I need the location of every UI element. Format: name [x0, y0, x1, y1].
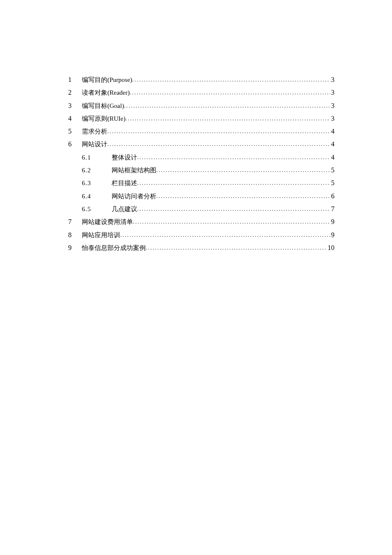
table-of-contents: 1 编写目的(Purpose) 3 2 读者对象(Reader) 3 3 编写目…	[68, 75, 334, 253]
toc-entry: 3 编写目标(Goal) 3	[68, 101, 334, 111]
toc-leader-dots	[137, 153, 330, 162]
toc-leader-dots	[107, 127, 330, 136]
toc-leader-dots	[130, 88, 330, 97]
toc-entry-page: 3	[330, 75, 334, 85]
toc-entry-page: 3	[330, 113, 334, 124]
toc-entry-title: 网站框架结构图	[112, 166, 156, 175]
toc-entry-title: 整体设计	[112, 153, 137, 163]
toc-entry-number: 5	[68, 126, 82, 137]
toc-entry-title: 网站访问者分析	[112, 192, 156, 201]
toc-entry-page: 4	[330, 152, 334, 163]
toc-entry-page: 4	[330, 139, 334, 150]
toc-entry: 1 编写目的(Purpose) 3	[68, 75, 334, 85]
toc-entry-title: 编写目标(Goal)	[82, 101, 124, 111]
toc-entry-page: 9	[330, 217, 334, 227]
toc-subentry: 6.2 网站框架结构图 5	[68, 165, 334, 176]
toc-entry-number: 6.3	[82, 178, 112, 188]
toc-entry-title: 需求分析	[82, 127, 107, 137]
toc-entry-number: 6.5	[82, 204, 112, 214]
toc-entry-title: 网站设计	[82, 139, 107, 149]
toc-subentry: 6.4 网站访问者分析 6	[68, 191, 334, 202]
toc-leader-dots	[124, 102, 330, 110]
toc-leader-dots	[133, 218, 330, 226]
toc-entry: 6 网站设计 4	[68, 139, 334, 150]
toc-entry-number: 4	[68, 113, 82, 124]
toc-entry-number: 6.2	[82, 166, 112, 175]
toc-entry-page: 9	[330, 230, 334, 241]
toc-subentry: 6.1 整体设计 4	[68, 152, 334, 163]
toc-entry: 9 怡泰信息部分成功案例 10	[68, 243, 334, 253]
toc-leader-dots	[156, 192, 330, 200]
toc-entry-title: 编写目的(Purpose)	[82, 75, 132, 85]
toc-leader-dots	[146, 244, 327, 252]
toc-entry-title: 怡泰信息部分成功案例	[82, 243, 146, 253]
toc-entry: 8 网站应用培训 9	[68, 230, 334, 241]
toc-entry-number: 1	[68, 75, 82, 85]
toc-subentry: 6.5 几点建议 7	[68, 204, 334, 215]
toc-entry-title: 几点建议	[112, 204, 137, 214]
toc-leader-dots	[156, 166, 330, 174]
toc-entry-number: 3	[68, 101, 82, 111]
toc-entry: 4 编写原则(RUIe) 3	[68, 113, 334, 124]
toc-entry-number: 6.1	[82, 153, 112, 163]
toc-leader-dots	[125, 114, 330, 123]
toc-subentry: 6.3 栏目描述 5	[68, 178, 334, 189]
toc-entry-number: 2	[68, 87, 82, 98]
toc-entry: 7 网站建设费用清单 9	[68, 217, 334, 227]
toc-entry-number: 8	[68, 230, 82, 241]
toc-entry-number: 6	[68, 139, 82, 150]
toc-entry-page: 7	[330, 204, 334, 215]
toc-leader-dots	[120, 231, 330, 239]
toc-entry-page: 3	[330, 101, 334, 111]
toc-leader-dots	[107, 140, 330, 148]
toc-entry-page: 4	[330, 126, 334, 137]
toc-entry-number: 7	[68, 217, 82, 227]
toc-entry: 5 需求分析 4	[68, 126, 334, 137]
toc-entry-title: 读者对象(Reader)	[82, 88, 130, 98]
toc-entry: 2 读者对象(Reader) 3	[68, 87, 334, 98]
toc-entry-title: 栏目描述	[112, 178, 137, 188]
toc-leader-dots	[137, 205, 330, 213]
toc-entry-page: 5	[330, 165, 334, 176]
toc-entry-number: 6.4	[82, 192, 112, 201]
toc-entry-number: 9	[68, 243, 82, 253]
toc-entry-page: 3	[330, 87, 334, 98]
toc-entry-title: 编写原则(RUIe)	[82, 114, 125, 124]
toc-leader-dots	[132, 76, 330, 84]
toc-entry-page: 6	[330, 191, 334, 202]
toc-entry-page: 10	[327, 243, 334, 253]
toc-leader-dots	[137, 179, 330, 187]
toc-entry-title: 网站建设费用清单	[82, 217, 133, 227]
toc-entry-title: 网站应用培训	[82, 230, 120, 240]
toc-entry-page: 5	[330, 178, 334, 189]
